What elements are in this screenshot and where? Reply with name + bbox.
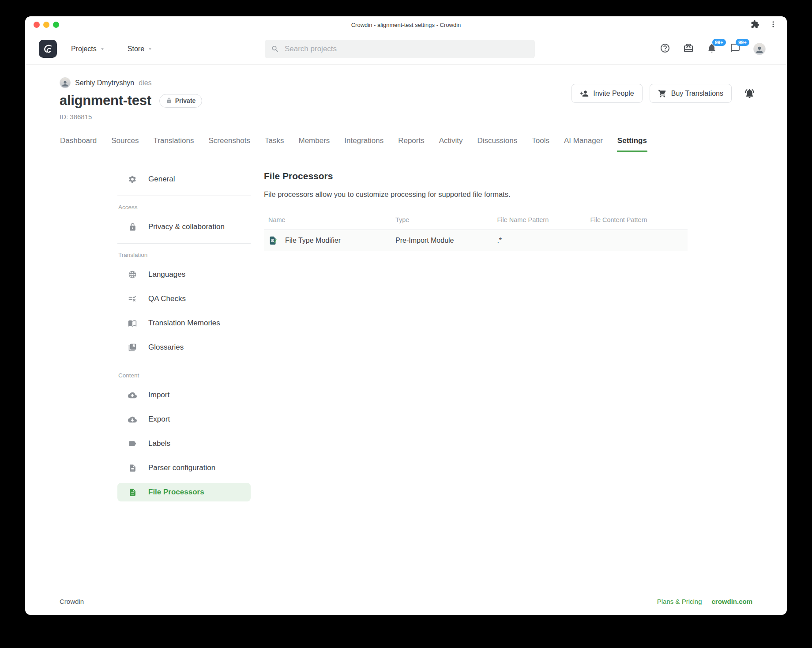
- column-header-file-name-pattern: File Name Pattern: [492, 212, 586, 230]
- divider: [117, 364, 251, 364]
- sidebar-item-translation-memories[interactable]: Translation Memories: [117, 314, 251, 332]
- column-header-type: Type: [391, 212, 492, 230]
- document-icon: [128, 488, 137, 497]
- project-id: ID: 386815: [60, 113, 752, 121]
- invite-people-label: Invite People: [593, 90, 634, 98]
- cart-icon: [658, 89, 667, 98]
- lock-icon: [166, 98, 172, 104]
- sidebar-item-languages[interactable]: Languages: [117, 265, 251, 284]
- minimize-window-button[interactable]: [43, 22, 49, 28]
- tab-sources[interactable]: Sources: [111, 136, 139, 152]
- gear-icon: [128, 175, 137, 184]
- sidebar-item-file-processors[interactable]: File Processors: [117, 483, 251, 501]
- chevron-down-icon: [99, 46, 105, 52]
- tab-tools[interactable]: Tools: [531, 136, 550, 152]
- sidebar-section-translation: Translation: [118, 252, 251, 258]
- owner-suffix: dies: [139, 79, 151, 87]
- window-controls[interactable]: [34, 22, 59, 28]
- person-add-icon: [580, 89, 589, 98]
- zoom-window-button[interactable]: [53, 22, 59, 28]
- search-bar[interactable]: [265, 40, 535, 58]
- sidebar-item-general[interactable]: General: [117, 170, 251, 188]
- browser-window: Crowdin - alignment-test settings - Crow…: [25, 16, 787, 615]
- search-icon: [271, 45, 279, 53]
- page-title: alignment-test: [60, 93, 151, 109]
- column-header-file-content-pattern: File Content Pattern: [586, 212, 688, 230]
- cloud-download-icon: [128, 415, 137, 424]
- tab-reports[interactable]: Reports: [398, 136, 425, 152]
- sidebar-item-label: QA Checks: [148, 294, 186, 303]
- sidebar-item-label: Translation Memories: [148, 319, 220, 328]
- projects-menu[interactable]: Projects: [71, 45, 105, 53]
- sidebar-item-labels[interactable]: Labels: [117, 434, 251, 453]
- invite-people-button[interactable]: Invite People: [571, 84, 643, 103]
- sidebar-section-content: Content: [118, 372, 251, 379]
- open-book-icon: [128, 319, 137, 328]
- plans-pricing-link[interactable]: Plans & Pricing: [657, 598, 702, 605]
- qa-checks-icon: [128, 294, 137, 303]
- store-menu[interactable]: Store: [128, 45, 153, 53]
- extensions-puzzle-icon[interactable]: [751, 20, 759, 29]
- bell-ring-icon: [744, 88, 755, 99]
- globe-icon: [128, 270, 137, 279]
- tab-members[interactable]: Members: [298, 136, 330, 152]
- sidebar-item-label: Languages: [148, 270, 185, 279]
- help-button[interactable]: [660, 43, 670, 55]
- sidebar-item-privacy-collaboration[interactable]: Privacy & collaboration: [117, 218, 251, 236]
- sidebar-item-label: Privacy & collaboration: [148, 222, 225, 231]
- tab-integrations[interactable]: Integrations: [344, 136, 384, 152]
- sidebar-item-parser-configuration[interactable]: Parser configuration: [117, 459, 251, 477]
- crowdin-com-link[interactable]: crowdin.com: [711, 598, 752, 605]
- sidebar-item-label: Labels: [148, 439, 170, 448]
- sidebar-item-glossaries[interactable]: Glossaries: [117, 338, 251, 357]
- browser-menu-kebab-icon[interactable]: [769, 20, 777, 28]
- sidebar-item-label: Import: [148, 391, 169, 399]
- owner-avatar[interactable]: [60, 77, 71, 88]
- project-tabs: Dashboard Sources Translations Screensho…: [60, 136, 752, 152]
- tab-settings[interactable]: Settings: [617, 136, 647, 152]
- sidebar-item-import[interactable]: Import: [117, 386, 251, 404]
- tab-tasks[interactable]: Tasks: [264, 136, 284, 152]
- project-notifications-button[interactable]: [744, 88, 755, 99]
- project-header: Serhiy Dmytryshyn dies alignment-test Pr…: [25, 65, 787, 152]
- close-window-button[interactable]: [34, 22, 40, 28]
- crowdin-logo[interactable]: [39, 40, 57, 58]
- owner-name[interactable]: Serhiy Dmytryshyn: [75, 79, 134, 87]
- chevron-down-icon: [147, 46, 153, 52]
- search-input[interactable]: [285, 45, 529, 53]
- store-menu-label: Store: [128, 45, 144, 53]
- processor-name: File Type Modifier: [285, 237, 341, 245]
- tab-ai-manager[interactable]: AI Manager: [564, 136, 603, 152]
- divider: [117, 243, 251, 244]
- user-avatar[interactable]: [753, 43, 766, 55]
- sidebar-item-export[interactable]: Export: [117, 410, 251, 429]
- messages-badge: 99+: [736, 39, 749, 46]
- messages-button[interactable]: 99+: [730, 43, 741, 55]
- sidebar-item-label: Glossaries: [148, 343, 184, 352]
- settings-body: General Access Privacy & collaboration T…: [25, 152, 787, 507]
- processor-file-name-pattern: .*: [492, 230, 586, 252]
- sidebar-item-label: General: [148, 175, 175, 184]
- buy-translations-label: Buy Translations: [671, 90, 723, 98]
- table-row[interactable]: File Type Modifier Pre-Import Module .*: [264, 230, 688, 252]
- projects-menu-label: Projects: [71, 45, 97, 53]
- gift-icon: [683, 43, 694, 53]
- sidebar-item-qa-checks[interactable]: QA Checks: [117, 290, 251, 308]
- processor-file-content-pattern: [586, 230, 688, 252]
- whats-new-button[interactable]: [683, 43, 694, 55]
- section-description: File processors allow you to customize p…: [264, 190, 688, 199]
- tab-activity[interactable]: Activity: [439, 136, 463, 152]
- footer: Crowdin Plans & Pricing crowdin.com: [25, 589, 787, 615]
- tab-screenshots[interactable]: Screenshots: [208, 136, 251, 152]
- tab-dashboard[interactable]: Dashboard: [60, 136, 97, 152]
- settings-sidebar: General Access Privacy & collaboration T…: [117, 170, 251, 507]
- notifications-button[interactable]: 99+: [707, 43, 717, 55]
- divider: [117, 196, 251, 196]
- file-processors-table: Name Type File Name Pattern File Content…: [264, 212, 688, 251]
- tab-translations[interactable]: Translations: [153, 136, 195, 152]
- sidebar-item-label: Export: [148, 415, 170, 424]
- titlebar: Crowdin - alignment-test settings - Crow…: [25, 16, 787, 33]
- buy-translations-button[interactable]: Buy Translations: [650, 84, 732, 103]
- tab-discussions[interactable]: Discussions: [477, 136, 518, 152]
- books-icon: [128, 343, 137, 352]
